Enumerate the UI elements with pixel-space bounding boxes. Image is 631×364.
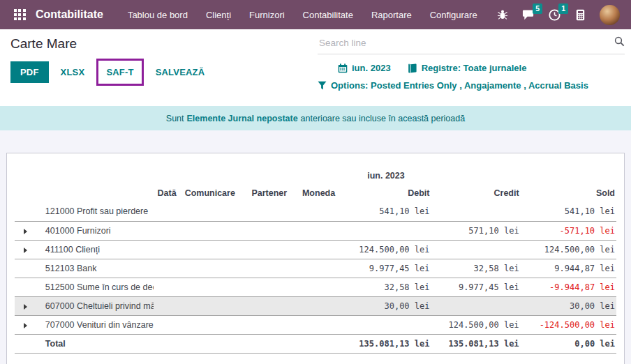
- col-header-credit: Credit: [431, 184, 521, 202]
- credit-value: 9.977,45 lei: [431, 278, 521, 296]
- app-name[interactable]: Contabilitate: [36, 8, 103, 21]
- col-header-sold: Sold: [521, 184, 616, 202]
- unposted-entries-link[interactable]: Elemente Jurnal nepostate: [187, 114, 298, 123]
- debit-value: 30,00 lei: [341, 296, 431, 315]
- search-input[interactable]: [318, 37, 614, 49]
- debit-value: [341, 221, 431, 240]
- account-row[interactable]: 121000 Profit sau pierdere 541,10 lei 54…: [15, 202, 616, 221]
- column-header-row: Dată Comunicare Partener Moneda Debit Cr…: [15, 184, 616, 202]
- expand-cell: [15, 259, 39, 278]
- activities-badge: 1: [558, 3, 568, 14]
- debit-value: [341, 315, 431, 334]
- expand-cell: [15, 240, 39, 259]
- sold-value: 30,00 lei: [521, 296, 616, 315]
- sold-value: 9.944,87 lei: [521, 259, 616, 278]
- total-label: Total: [39, 334, 154, 353]
- account-name[interactable]: 121000 Profit sau pierdere: [39, 202, 154, 221]
- options-filter[interactable]: Options: Posted Entries Only , Angajamen…: [318, 80, 588, 91]
- caret-right-icon[interactable]: [24, 229, 27, 234]
- apps-grid-icon[interactable]: [14, 9, 26, 21]
- nav-item-configurare[interactable]: Configurare: [430, 10, 477, 20]
- phone-icon[interactable]: [574, 8, 586, 21]
- expand-cell: [15, 202, 39, 221]
- period-label: iun. 2023: [341, 167, 431, 184]
- top-navbar: Contabilitate Tablou de bord Clienți Fur…: [0, 0, 631, 29]
- sold-value: -124.500,00 lei: [521, 315, 616, 334]
- journals-filter-label: Registre: Toate jurnalele: [422, 63, 527, 73]
- magnifier-icon[interactable]: [614, 36, 625, 50]
- caret-right-icon[interactable]: [24, 323, 27, 328]
- total-row: Total 135.081,13 lei 135.081,13 lei 0,00…: [15, 334, 616, 353]
- nav-item-raportare[interactable]: Raportare: [371, 10, 412, 20]
- pdf-button[interactable]: PDF: [10, 61, 49, 83]
- account-name[interactable]: 512103 Bank: [39, 259, 154, 278]
- account-name[interactable]: 401000 Furnizori: [39, 221, 154, 240]
- debit-value: 541,10 lei: [341, 202, 431, 221]
- banner-suffix: anterioare sau incluse în această perioa…: [301, 114, 466, 123]
- ledger-table: iun. 2023 Dată Comunicare Partener Moned…: [15, 167, 616, 354]
- report-actions: PDF XLSX SAF-T SALVEAZĂ: [10, 59, 207, 86]
- period-header-row: iun. 2023: [15, 167, 616, 184]
- account-row[interactable]: 512500 Sume în curs de decontare 32,58 l…: [15, 278, 616, 296]
- account-row[interactable]: 411100 Clienți 124.500,00 lei 124.500,00…: [15, 240, 616, 259]
- expand-cell: [15, 221, 39, 240]
- unposted-entries-banner: Sunt Elemente Jurnal nepostate anterioar…: [0, 106, 631, 130]
- account-row[interactable]: 707000 Venituri din vânzarea mărfurilor …: [15, 315, 616, 334]
- expand-cell: [15, 315, 39, 334]
- account-row[interactable]: 607000 Cheltuieli privind mărfurile 30,0…: [15, 296, 616, 315]
- report-area: iun. 2023 Dată Comunicare Partener Moned…: [0, 130, 631, 364]
- sold-value: 124.500,00 lei: [521, 240, 616, 259]
- debit-value: 9.977,45 lei: [341, 259, 431, 278]
- options-filter-label: Options: Posted Entries Only , Angajamen…: [331, 80, 588, 91]
- total-credit: 135.081,13 lei: [431, 334, 521, 353]
- bug-icon[interactable]: [496, 8, 509, 21]
- credit-value: [431, 202, 521, 221]
- credit-value: 124.500,00 lei: [431, 315, 521, 334]
- account-name[interactable]: 512500 Sume în curs de decontare: [39, 278, 154, 296]
- col-header-partener: Partener: [242, 184, 297, 202]
- date-filter[interactable]: iun. 2023: [338, 63, 391, 73]
- save-button[interactable]: SALVEAZĂ: [153, 61, 208, 83]
- xlsx-button[interactable]: XLSX: [58, 61, 88, 83]
- saft-button[interactable]: SAF-T: [103, 61, 136, 83]
- sold-value: -9.944,87 lei: [521, 278, 616, 296]
- credit-value: [431, 240, 521, 259]
- caret-right-icon[interactable]: [24, 304, 27, 310]
- account-name[interactable]: 707000 Venituri din vânzarea mărfurilor: [39, 315, 154, 334]
- banner-prefix: Sunt: [166, 114, 184, 123]
- col-header-debit: Debit: [341, 184, 431, 202]
- total-debit: 135.081,13 lei: [341, 334, 431, 353]
- col-header-comunicare: Comunicare: [178, 184, 242, 202]
- control-panel: Carte Mare PDF XLSX SAF-T SALVEAZĂ iun. …: [0, 29, 631, 106]
- expand-cell: [15, 278, 39, 296]
- credit-value: [431, 296, 521, 315]
- credit-value: 32,58 lei: [431, 259, 521, 278]
- user-avatar[interactable]: [600, 5, 620, 25]
- total-sold: 0,00 lei: [521, 334, 616, 353]
- col-header-data: Dată: [154, 184, 178, 202]
- report-filters: iun. 2023 Registre: Toate jurnalele Opti…: [318, 63, 588, 91]
- debit-value: 32,58 lei: [341, 278, 431, 296]
- ledger-card: iun. 2023 Dată Comunicare Partener Moned…: [6, 153, 625, 364]
- nav-item-clienti[interactable]: Clienți: [206, 10, 231, 20]
- caret-right-icon[interactable]: [24, 248, 27, 253]
- account-row[interactable]: 512103 Bank 9.977,45 lei 32,58 lei 9.944…: [15, 259, 616, 278]
- sold-value: -571,10 lei: [521, 221, 616, 240]
- account-name[interactable]: 411100 Clienți: [39, 240, 154, 259]
- date-filter-label: iun. 2023: [352, 63, 391, 73]
- saft-annotation-box: SAF-T: [96, 59, 143, 86]
- nav-item-contabilitate[interactable]: Contabilitate: [303, 10, 353, 20]
- account-name[interactable]: 607000 Cheltuieli privind mărfurile: [39, 296, 154, 315]
- sold-value: 541,10 lei: [521, 202, 616, 221]
- col-header-moneda: Moneda: [297, 184, 341, 202]
- chat-icon[interactable]: 5: [522, 8, 535, 21]
- journals-filter[interactable]: Registre: Toate jurnalele: [408, 63, 527, 73]
- nav-item-tablou-de-bord[interactable]: Tablou de bord: [128, 10, 188, 20]
- debit-value: 124.500,00 lei: [341, 240, 431, 259]
- account-row[interactable]: 401000 Furnizori 571,10 lei -571,10 lei: [15, 221, 616, 240]
- page-title: Carte Mare: [10, 36, 77, 52]
- credit-value: 571,10 lei: [431, 221, 521, 240]
- messages-badge: 5: [533, 3, 542, 14]
- clock-icon[interactable]: 1: [548, 8, 561, 21]
- nav-item-furnizori[interactable]: Furnizori: [249, 10, 285, 20]
